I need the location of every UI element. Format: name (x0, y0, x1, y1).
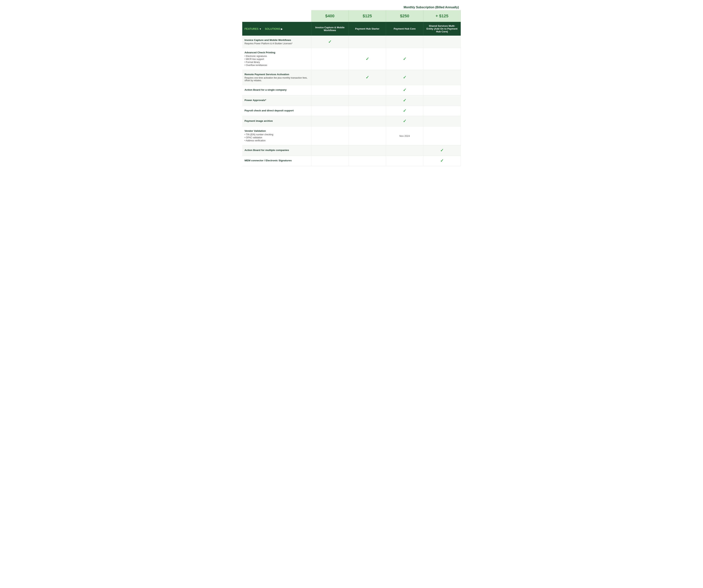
feature-title: Power Approvals* (244, 99, 309, 101)
feature-cell: Vendor ValidationTIN (EIN) number checki… (242, 127, 311, 145)
table-row: Power Approvals*✓ (242, 95, 461, 106)
feature-cell: Power Approvals* (242, 95, 311, 106)
checkmark-icon: ✓ (403, 75, 406, 80)
header-col1: Invoice Capture & Mobile Workflows (311, 22, 348, 35)
header-features-solutions-cell: FEATURES ▼ SOLUTIONS ▶ (242, 22, 311, 35)
features-table: Invoice Capture and Mobile WorkflowsRequ… (242, 35, 461, 166)
feature-cell: Payroll check and direct deposit support (242, 106, 311, 116)
value-cell-col3 (386, 145, 423, 156)
list-item: TIN (EIN) number checking (244, 133, 309, 136)
table-row: Action Board for a single company✓ (242, 85, 461, 95)
header-col4: Shared Services Multi-Entity (Add On to … (423, 22, 461, 35)
table-row: MEM connector / Electronic Signatures✓ (242, 156, 461, 166)
feature-cell: Invoice Capture and Mobile WorkflowsRequ… (242, 35, 311, 48)
feature-title: MEM connector / Electronic Signatures (244, 159, 309, 162)
table-row: Vendor ValidationTIN (EIN) number checki… (242, 127, 461, 145)
feature-cell: Advanced Check PrintingElectronic signat… (242, 48, 311, 70)
value-cell-col1 (311, 145, 348, 156)
price-col4: + $125 (423, 10, 461, 22)
feature-title: Invoice Capture and Mobile Workflows (244, 39, 309, 42)
feature-title: Payroll check and direct deposit support (244, 109, 309, 112)
value-cell-col4 (423, 70, 461, 85)
price-col1: $400 (311, 10, 348, 22)
feature-cell: Action Board for multiple companies (242, 145, 311, 156)
feature-title: Vendor Validation (244, 130, 309, 132)
checkmark-icon: ✓ (440, 158, 444, 163)
features-arrow-icon: ▼ (259, 28, 261, 30)
solutions-arrow-icon: ▶ (281, 28, 283, 30)
feature-title: Advanced Check Printing (244, 51, 309, 54)
checkmark-icon: ✓ (403, 108, 406, 113)
value-cell-col3: ✓ (386, 70, 423, 85)
list-item: Electronic signatures (244, 55, 309, 58)
value-cell-col2 (348, 35, 386, 48)
feature-cell: Payment image archive (242, 116, 311, 127)
value-cell-col1 (311, 48, 348, 70)
value-cell-col1 (311, 95, 348, 106)
list-item: Overflow remittances (244, 64, 309, 67)
value-cell-col1 (311, 116, 348, 127)
pricing-table-container: Monthly Subscription (Billed Annually) $… (238, 0, 465, 170)
checkmark-icon: ✓ (366, 75, 369, 80)
feature-subtitle: Requires one-time activation fee plus mo… (244, 77, 309, 82)
feature-title: Remote Payment Services Activation (244, 73, 309, 76)
feature-cell: Remote Payment Services ActivationRequir… (242, 70, 311, 85)
feature-list: TIN (EIN) number checkingOFAC validation… (244, 133, 309, 142)
value-cell-col3: ✓ (386, 106, 423, 116)
feature-title: Action Board for multiple companies (244, 149, 309, 152)
value-cell-col4 (423, 48, 461, 70)
checkmark-icon: ✓ (366, 57, 369, 61)
availability-text: Nov 2024 (399, 135, 410, 137)
checkmark-icon: ✓ (403, 57, 406, 61)
value-cell-col4 (423, 106, 461, 116)
features-label: FEATURES (244, 27, 258, 30)
value-cell-col2: ✓ (348, 48, 386, 70)
value-cell-col2 (348, 145, 386, 156)
list-item: MICR line support (244, 58, 309, 61)
table-row: Invoice Capture and Mobile WorkflowsRequ… (242, 35, 461, 48)
list-item: Format library (244, 61, 309, 64)
value-cell-col1 (311, 85, 348, 95)
pricing-row: $400 $125 $250 + $125 (242, 10, 461, 22)
feature-cell: MEM connector / Electronic Signatures (242, 156, 311, 166)
value-cell-col3: ✓ (386, 85, 423, 95)
value-cell-col1: ✓ (311, 35, 348, 48)
checkmark-icon: ✓ (328, 40, 331, 44)
value-cell-col2 (348, 85, 386, 95)
value-cell-col4 (423, 85, 461, 95)
price-col2: $125 (348, 10, 386, 22)
checkmark-icon: ✓ (403, 98, 406, 103)
value-cell-col1 (311, 127, 348, 145)
checkmark-icon: ✓ (403, 88, 406, 92)
checkmark-icon: ✓ (403, 119, 406, 124)
value-cell-col1 (311, 70, 348, 85)
value-cell-col1 (311, 106, 348, 116)
table-row: Advanced Check PrintingElectronic signat… (242, 48, 461, 70)
value-cell-col1 (311, 156, 348, 166)
list-item: Address verification (244, 139, 309, 142)
value-cell-col4 (423, 35, 461, 48)
header-col2: Payment Hub Starter (348, 22, 386, 35)
feature-cell: Action Board for a single company (242, 85, 311, 95)
feature-title: Action Board for a single company (244, 88, 309, 91)
pricing-table: $400 $125 $250 + $125 FEATURES ▼ SOLUTIO… (242, 10, 461, 35)
value-cell-col3: ✓ (386, 48, 423, 70)
value-cell-col2 (348, 95, 386, 106)
table-row: Action Board for multiple companies✓ (242, 145, 461, 156)
value-cell-col4 (423, 95, 461, 106)
solutions-label: SOLUTIONS (265, 27, 280, 30)
checkmark-icon: ✓ (440, 148, 444, 153)
value-cell-col3: Nov 2024 (386, 127, 423, 145)
value-cell-col2 (348, 156, 386, 166)
value-cell-col2 (348, 116, 386, 127)
value-cell-col3: ✓ (386, 95, 423, 106)
price-col3: $250 (386, 10, 423, 22)
header-col3: Payment Hub Core (386, 22, 423, 35)
value-cell-col3 (386, 35, 423, 48)
value-cell-col4 (423, 127, 461, 145)
value-cell-col3: ✓ (386, 116, 423, 127)
value-cell-col4: ✓ (423, 156, 461, 166)
monthly-header-row: Monthly Subscription (Billed Annually) (242, 4, 461, 10)
value-cell-col2 (348, 106, 386, 116)
table-row: Payment image archive✓ (242, 116, 461, 127)
